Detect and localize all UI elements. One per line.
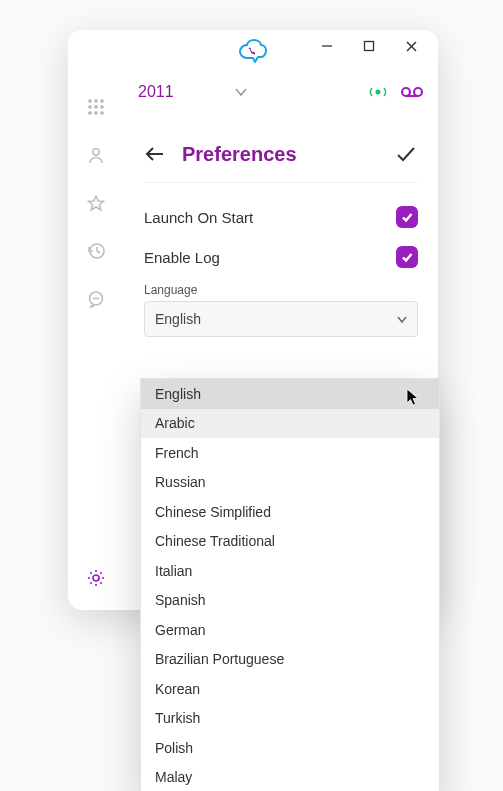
svg-point-13 — [101, 106, 104, 109]
language-option[interactable]: Italian — [141, 556, 439, 586]
window-controls — [306, 30, 432, 62]
maximize-button[interactable] — [348, 30, 390, 62]
svg-rect-1 — [365, 42, 374, 51]
svg-marker-24 — [407, 389, 418, 405]
language-option[interactable]: Korean — [141, 674, 439, 704]
svg-point-17 — [93, 149, 99, 155]
language-selected-value: English — [155, 311, 201, 327]
svg-point-4 — [376, 90, 381, 95]
language-option[interactable]: Brazilian Portuguese — [141, 645, 439, 675]
back-button[interactable] — [144, 143, 166, 165]
svg-marker-18 — [89, 196, 104, 210]
history-icon[interactable] — [87, 242, 105, 260]
extension-number[interactable]: 2011 — [138, 83, 174, 101]
record-icon[interactable] — [368, 85, 388, 99]
svg-point-6 — [414, 88, 422, 96]
language-option[interactable]: German — [141, 615, 439, 645]
svg-point-8 — [89, 100, 92, 103]
contacts-icon[interactable] — [87, 146, 105, 164]
cursor-icon — [406, 388, 420, 406]
page-title: Preferences — [182, 143, 297, 166]
app-logo — [238, 38, 268, 66]
svg-point-11 — [89, 106, 92, 109]
svg-point-22 — [93, 575, 99, 581]
voicemail-icon[interactable] — [400, 85, 424, 99]
language-option[interactable]: Chinese Traditional — [141, 527, 439, 557]
language-option[interactable]: Arabic — [141, 409, 439, 439]
language-select[interactable]: English — [144, 301, 418, 337]
language-option[interactable]: Polish — [141, 733, 439, 763]
minimize-button[interactable] — [306, 30, 348, 62]
svg-point-10 — [101, 100, 104, 103]
dialpad-icon[interactable] — [87, 98, 105, 116]
svg-point-5 — [402, 88, 410, 96]
language-option[interactable]: Chinese Simplified — [141, 497, 439, 527]
enable-log-checkbox[interactable] — [396, 246, 418, 268]
language-label: Language — [144, 283, 418, 297]
language-dropdown: EnglishArabicFrenchRussianChinese Simpli… — [140, 378, 440, 791]
divider — [144, 182, 418, 183]
language-option[interactable]: Russian — [141, 468, 439, 498]
language-option[interactable]: English — [141, 379, 439, 409]
extension-dropdown-icon[interactable] — [234, 85, 248, 99]
language-option[interactable]: Malay — [141, 763, 439, 792]
svg-point-9 — [95, 100, 98, 103]
preferences-header: Preferences — [144, 130, 418, 178]
favorites-icon[interactable] — [87, 194, 105, 212]
svg-point-15 — [95, 112, 98, 115]
apply-button[interactable] — [394, 142, 418, 166]
language-option[interactable]: Turkish — [141, 704, 439, 734]
chat-icon[interactable] — [87, 290, 105, 308]
settings-icon[interactable] — [86, 568, 106, 588]
svg-point-12 — [95, 106, 98, 109]
language-option[interactable]: French — [141, 438, 439, 468]
enable-log-label: Enable Log — [144, 249, 220, 266]
launch-on-start-label: Launch On Start — [144, 209, 253, 226]
enable-log-row: Enable Log — [144, 237, 418, 277]
titlebar — [68, 30, 438, 74]
svg-point-16 — [101, 112, 104, 115]
launch-on-start-checkbox[interactable] — [396, 206, 418, 228]
sidebar — [68, 92, 124, 610]
language-option[interactable]: Spanish — [141, 586, 439, 616]
launch-on-start-row: Launch On Start — [144, 197, 418, 237]
close-button[interactable] — [390, 30, 432, 62]
chevron-down-icon — [395, 312, 409, 326]
svg-point-14 — [89, 112, 92, 115]
